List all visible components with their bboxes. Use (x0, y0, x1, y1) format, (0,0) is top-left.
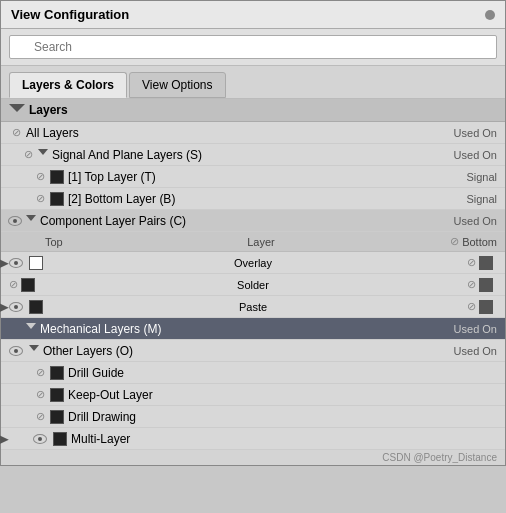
visibility-icon[interactable]: ⊘ (33, 367, 47, 379)
color-swatch[interactable] (50, 366, 64, 380)
component-pairs-label: Component Layer Pairs (C) (40, 214, 437, 228)
eye-icon (8, 216, 22, 226)
overlay-left (9, 256, 99, 270)
color-swatch[interactable] (29, 256, 43, 270)
keep-out-label: Keep-Out Layer (68, 388, 497, 402)
component-pairs-header: Component Layer Pairs (C) Used On (1, 210, 505, 232)
slash-icon[interactable]: ⊘ (467, 256, 476, 269)
watermark: CSDN @Poetry_Distance (1, 450, 505, 465)
visibility-icon[interactable] (9, 215, 23, 227)
eye-icon[interactable] (33, 434, 47, 444)
drill-guide-label: Drill Guide (68, 366, 497, 380)
solder-row: ⊘ Solder ⊘ (1, 274, 505, 296)
slash-icon[interactable]: ⊘ (467, 300, 476, 313)
arrow-indicator: ➤ (0, 251, 10, 275)
col-bottom-label: ⊘ Bottom (417, 235, 497, 248)
slash-icon: ⊘ (12, 126, 21, 139)
visibility-icon[interactable]: ⊘ (9, 127, 23, 139)
col-layer-label: Layer (105, 236, 417, 248)
overlay-right: ⊘ (407, 256, 497, 270)
all-layers-label: All Layers (26, 126, 437, 140)
color-swatch[interactable] (50, 192, 64, 206)
overlay-label: Overlay (99, 257, 407, 269)
color-swatch-dark[interactable] (479, 278, 493, 292)
expand-triangle (26, 323, 36, 334)
color-swatch-dark[interactable] (479, 256, 493, 270)
column-headers: Top Layer ⊘ Bottom (1, 232, 505, 252)
visibility-icon (9, 323, 23, 335)
slash-icon: ⊘ (36, 388, 45, 401)
slash-icon: ⊘ (36, 410, 45, 423)
mechanical-status: Used On (437, 323, 497, 335)
drill-guide-row: ⊘ Drill Guide (1, 362, 505, 384)
eye-icon[interactable] (9, 258, 23, 268)
keep-out-row: ⊘ Keep-Out Layer (1, 384, 505, 406)
window-title: View Configuration (11, 7, 129, 22)
signal-plane-row: ⊘ Signal And Plane Layers (S) Used On (1, 144, 505, 166)
paste-left (9, 300, 99, 314)
paste-right: ⊘ (407, 300, 497, 314)
arrow-indicator: ➤ (0, 427, 10, 451)
visibility-icon[interactable]: ⊘ (21, 149, 35, 161)
color-swatch[interactable] (50, 410, 64, 424)
search-input[interactable] (9, 35, 497, 59)
all-layers-status: Used On (437, 127, 497, 139)
arrow-indicator: ➤ (0, 295, 10, 319)
solder-label: Solder (99, 279, 407, 291)
component-pairs-status: Used On (437, 215, 497, 227)
title-bar: View Configuration (1, 1, 505, 29)
visibility-icon[interactable]: ⊘ (33, 193, 47, 205)
all-layers-row: ⊘ All Layers Used On (1, 122, 505, 144)
search-wrapper: 🔍 (9, 35, 497, 59)
other-layers-label: Other Layers (O) (43, 344, 437, 358)
visibility-icon[interactable]: ⊘ (33, 389, 47, 401)
tab-layers-colors[interactable]: Layers & Colors (9, 72, 127, 98)
layers-section-header[interactable]: Layers (1, 99, 505, 122)
bottom-layer-row: ⊘ [2] Bottom Layer (B) Signal (1, 188, 505, 210)
tab-bar: Layers & Colors View Options (1, 66, 505, 99)
eye-icon[interactable] (9, 302, 23, 312)
slash-icon[interactable]: ⊘ (9, 278, 18, 291)
mechanical-row: Mechanical Layers (M) Used On (1, 318, 505, 340)
bottom-layer-status: Signal (437, 193, 497, 205)
top-layer-status: Signal (437, 171, 497, 183)
slash-icon: ⊘ (24, 148, 33, 161)
eye-icon[interactable] (9, 346, 23, 356)
solder-right: ⊘ (407, 278, 497, 292)
close-button[interactable] (485, 10, 495, 20)
slash-icon: ⊘ (36, 192, 45, 205)
multi-layer-label: Multi-Layer (71, 432, 497, 446)
col-top-label: Top (45, 236, 105, 248)
solder-left: ⊘ (9, 278, 99, 292)
search-bar: 🔍 (1, 29, 505, 66)
expand-triangle (38, 149, 48, 160)
collapse-triangle (9, 104, 25, 117)
color-swatch[interactable] (50, 388, 64, 402)
tab-view-options[interactable]: View Options (129, 72, 225, 98)
color-swatch[interactable] (53, 432, 67, 446)
color-swatch[interactable] (29, 300, 43, 314)
other-layers-header: Other Layers (O) Used On (1, 340, 505, 362)
color-swatch[interactable] (21, 278, 35, 292)
top-layer-row: ⊘ [1] Top Layer (T) Signal (1, 166, 505, 188)
slash-icon: ⊘ (36, 170, 45, 183)
drill-drawing-row: ⊘ Drill Drawing (1, 406, 505, 428)
expand-triangle (29, 345, 39, 356)
multi-layer-row: ➤ Multi-Layer (1, 428, 505, 450)
visibility-icon[interactable]: ⊘ (33, 411, 47, 423)
color-swatch-dark[interactable] (479, 300, 493, 314)
other-layers-status: Used On (437, 345, 497, 357)
drill-drawing-label: Drill Drawing (68, 410, 497, 424)
bottom-layer-label: [2] Bottom Layer (B) (68, 192, 437, 206)
signal-plane-status: Used On (437, 149, 497, 161)
overlay-row: ➤ Overlay ⊘ (1, 252, 505, 274)
top-layer-label: [1] Top Layer (T) (68, 170, 437, 184)
color-swatch[interactable] (50, 170, 64, 184)
mechanical-label: Mechanical Layers (M) (40, 322, 437, 336)
slash-icon: ⊘ (36, 366, 45, 379)
view-configuration-window: View Configuration 🔍 Layers & Colors Vie… (0, 0, 506, 466)
visibility-icon[interactable]: ⊘ (33, 171, 47, 183)
expand-triangle (26, 215, 36, 226)
signal-plane-label: Signal And Plane Layers (S) (52, 148, 437, 162)
slash-icon[interactable]: ⊘ (467, 278, 476, 291)
